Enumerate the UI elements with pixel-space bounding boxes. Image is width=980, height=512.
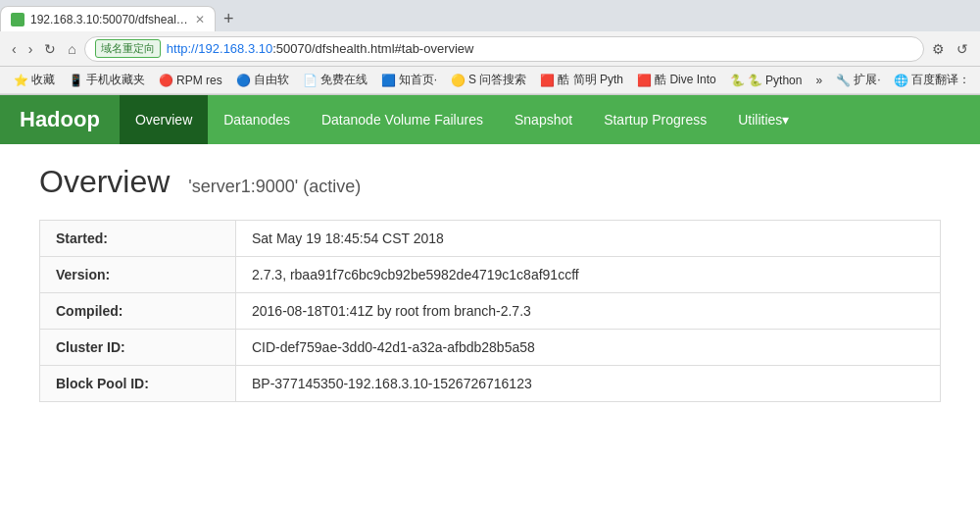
bookmark-zhihu[interactable]: 🟦 知首页· xyxy=(375,70,443,90)
redirect-badge: 域名重定向 xyxy=(95,39,161,58)
url-ip: http://192.168.3.10 xyxy=(167,41,272,56)
url-bar[interactable]: 域名重定向 http://192.168.3.10:50070/dfshealt… xyxy=(84,36,924,62)
forward-button[interactable]: › xyxy=(24,39,37,59)
table-key-version: Version: xyxy=(40,257,236,293)
bookmark-rpm[interactable]: 🔴 RPM res xyxy=(153,72,228,89)
nav-item-datanodes[interactable]: Datanodes xyxy=(208,95,306,144)
nav-item-datanode-volume-failures[interactable]: Datanode Volume Failures xyxy=(306,95,499,144)
info-table: Started: Sat May 19 18:45:54 CST 2018 Ve… xyxy=(39,220,941,402)
bookmark-translate[interactable]: 🌐 百度翻译： xyxy=(888,70,976,90)
table-value-block-pool-id: BP-377145350-192.168.3.10-1526726716123 xyxy=(236,366,941,402)
back-button[interactable]: ‹ xyxy=(8,39,21,59)
hadoop-nav-items: Overview Datanodes Datanode Volume Failu… xyxy=(120,95,805,144)
table-row: Compiled: 2016-08-18T01:41Z by root from… xyxy=(40,293,941,330)
table-value-started: Sat May 19 18:45:54 CST 2018 xyxy=(236,221,941,257)
bookmark-favorites[interactable]: ⭐ 收藏 xyxy=(8,70,61,90)
table-key-cluster-id: Cluster ID: xyxy=(40,330,236,366)
refresh-icon-button[interactable]: ↺ xyxy=(953,39,972,59)
nav-bar: ‹ › ↻ ⌂ 域名重定向 http://192.168.3.10:50070/… xyxy=(0,31,980,67)
nav-item-utilities[interactable]: Utilities xyxy=(722,95,805,144)
table-key-block-pool-id: Block Pool ID: xyxy=(40,366,236,402)
url-path: :50070/dfshealth.html#tab-overview xyxy=(272,41,473,56)
home-button[interactable]: ⌂ xyxy=(64,39,79,59)
bookmark-extensions[interactable]: 🔧 扩展· xyxy=(830,70,886,90)
tab-favicon xyxy=(11,13,24,26)
bookmark-python[interactable]: 🐍 🐍 Python xyxy=(724,72,808,89)
bookmark-mobile[interactable]: 📱 手机收藏夹 xyxy=(63,70,151,90)
bookmark-ku1[interactable]: 🟥 酷 简明 Pyth xyxy=(534,70,629,90)
table-value-cluster-id: CID-def759ae-3dd0-42d1-a32a-afbdb28b5a58 xyxy=(236,330,941,366)
extensions-button[interactable]: ⚙ xyxy=(928,39,949,59)
table-row: Version: 2.7.3, rbaa91f7c6bc9cb92be5982d… xyxy=(40,257,941,293)
nav-right: ⚙ ↺ xyxy=(928,39,972,59)
table-row: Started: Sat May 19 18:45:54 CST 2018 xyxy=(40,221,941,257)
url-text: http://192.168.3.10:50070/dfshealth.html… xyxy=(167,41,913,56)
bookmarks-bar: ⭐ 收藏 📱 手机收藏夹 🔴 RPM res 🔵 自由软 📄 免费在线 🟦 知首… xyxy=(0,67,980,94)
nav-item-startup-progress[interactable]: Startup Progress xyxy=(588,95,722,144)
table-value-version: 2.7.3, rbaa91f7c6bc9cb92be5982de4719c1c8… xyxy=(236,257,941,293)
hadoop-nav: Hadoop Overview Datanodes Datanode Volum… xyxy=(0,95,980,144)
bookmark-more[interactable]: » xyxy=(809,72,828,89)
tab-bar: 192.168.3.10:50070/dfshealth... ✕ + xyxy=(0,0,980,31)
bookmark-search[interactable]: 🟡 S 问答搜索 xyxy=(445,70,532,90)
bookmark-online[interactable]: 📄 免费在线 xyxy=(297,70,373,90)
table-row: Cluster ID: CID-def759ae-3dd0-42d1-a32a-… xyxy=(40,330,941,366)
browser-chrome: 192.168.3.10:50070/dfshealth... ✕ + ‹ › … xyxy=(0,0,980,95)
table-key-started: Started: xyxy=(40,221,236,257)
reload-button[interactable]: ↻ xyxy=(40,39,60,59)
hadoop-brand[interactable]: Hadoop xyxy=(0,95,120,144)
main-content: Overview 'server1:9000' (active) Started… xyxy=(0,144,980,422)
new-tab-button[interactable]: + xyxy=(216,9,242,29)
page-title: Overview 'server1:9000' (active) xyxy=(39,164,941,200)
tab-title: 192.168.3.10:50070/dfshealth... xyxy=(30,13,189,26)
tab-close-button[interactable]: ✕ xyxy=(195,13,205,26)
nav-item-snapshot[interactable]: Snapshot xyxy=(499,95,588,144)
bookmark-ku2[interactable]: 🟥 酷 Dive Into xyxy=(631,70,722,90)
table-value-compiled: 2016-08-18T01:41Z by root from branch-2.… xyxy=(236,293,941,330)
bookmark-free[interactable]: 🔵 自由软 xyxy=(230,70,295,90)
page-subtitle: 'server1:9000' (active) xyxy=(188,177,361,196)
active-tab[interactable]: 192.168.3.10:50070/dfshealth... ✕ xyxy=(0,6,216,31)
table-key-compiled: Compiled: xyxy=(40,293,236,330)
nav-item-overview[interactable]: Overview xyxy=(120,95,208,144)
table-row: Block Pool ID: BP-377145350-192.168.3.10… xyxy=(40,366,941,402)
